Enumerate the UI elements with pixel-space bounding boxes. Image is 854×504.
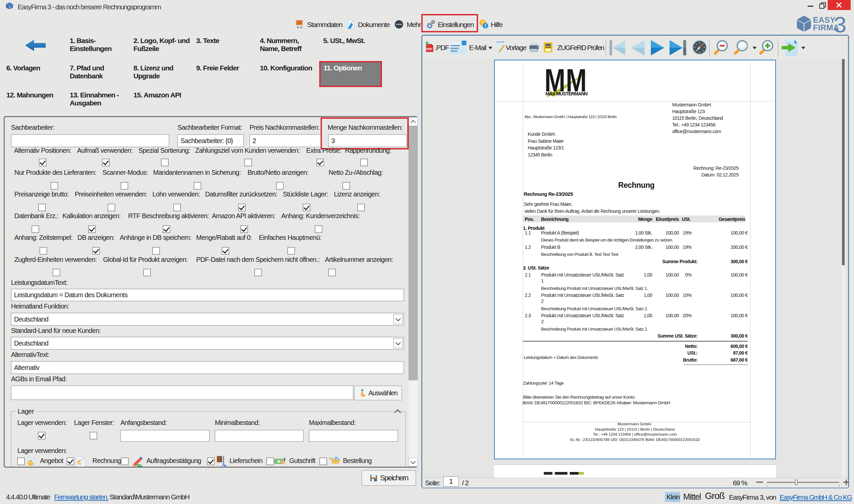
svg-text:€: € (78, 458, 82, 466)
svg-text:PDF: PDF (426, 47, 433, 51)
svg-text:MAX MUSTERMANN: MAX MUSTERMANN (545, 91, 587, 96)
